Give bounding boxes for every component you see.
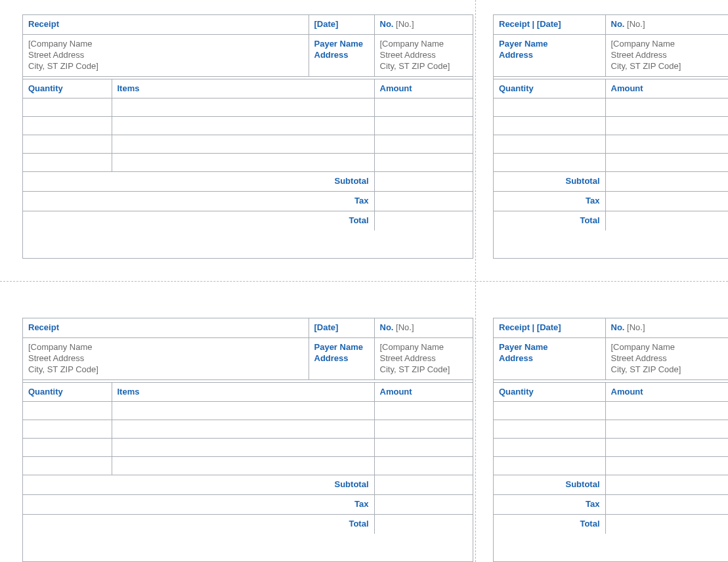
payer-label: Payer NameAddress — [309, 337, 374, 379]
tax-cell[interactable] — [605, 192, 728, 211]
qty-cell[interactable] — [494, 135, 605, 154]
company-to[interactable]: [Company Name Street Address City, ST ZI… — [605, 337, 728, 379]
subtotal-cell[interactable] — [374, 475, 473, 495]
qty-cell[interactable] — [23, 98, 112, 117]
receipt-stub-bottom: Receipt | [Date] No. [No.] Payer NameAdd… — [493, 318, 728, 562]
receipt-main-top: Receipt [Date] No. [No.] [Company Name S… — [22, 14, 473, 259]
no-label: No. [No.] — [605, 318, 728, 337]
receipt-stub-top: Receipt | [Date] No. [No.] Payer NameAdd… — [493, 14, 728, 259]
subtotal-label: Subtotal — [23, 172, 374, 192]
amount-cell[interactable] — [605, 420, 728, 439]
items-header: Items — [112, 382, 374, 402]
qty-cell[interactable] — [494, 117, 605, 135]
quantity-header: Quantity — [23, 382, 112, 402]
qty-cell[interactable] — [23, 457, 112, 475]
quantity-header: Quantity — [494, 79, 605, 98]
no-label: No. [No.] — [374, 15, 473, 34]
company-to[interactable]: [Company Name Street Address City, ST ZI… — [605, 34, 728, 76]
tax-cell[interactable] — [374, 192, 473, 211]
company-from[interactable]: [Company Name Street Address City, ST ZI… — [23, 34, 309, 76]
quantity-header: Quantity — [23, 79, 112, 98]
total-label: Total — [494, 515, 605, 534]
item-cell[interactable] — [112, 457, 374, 475]
amount-header: Amount — [374, 382, 473, 402]
amount-cell[interactable] — [374, 420, 473, 439]
qty-cell[interactable] — [23, 117, 112, 135]
no-label: No. [No.] — [605, 15, 728, 34]
amount-header: Amount — [605, 382, 728, 402]
tax-cell[interactable] — [605, 495, 728, 515]
qty-cell[interactable] — [494, 457, 605, 475]
tax-label: Tax — [494, 192, 605, 211]
qty-cell[interactable] — [23, 402, 112, 420]
subtotal-label: Subtotal — [494, 172, 605, 192]
tax-cell[interactable] — [374, 495, 473, 515]
subtotal-cell[interactable] — [374, 172, 473, 192]
amount-header: Amount — [605, 79, 728, 98]
amount-cell[interactable] — [374, 98, 473, 117]
amount-cell[interactable] — [374, 457, 473, 475]
total-label: Total — [494, 211, 605, 230]
qty-cell[interactable] — [23, 135, 112, 154]
qty-cell[interactable] — [23, 439, 112, 457]
company-to[interactable]: [Company Name Street Address City, ST ZI… — [374, 337, 473, 379]
qty-cell[interactable] — [494, 402, 605, 420]
company-from[interactable]: [Company Name Street Address City, ST ZI… — [23, 337, 309, 379]
receipt-date-label: Receipt | [Date] — [494, 15, 605, 34]
item-cell[interactable] — [112, 154, 374, 172]
receipt-label: Receipt — [23, 15, 309, 34]
payer-label: Payer NameAddress — [494, 337, 605, 379]
horizontal-cut-line — [0, 281, 728, 282]
amount-cell[interactable] — [605, 457, 728, 475]
item-cell[interactable] — [112, 402, 374, 420]
amount-cell[interactable] — [605, 154, 728, 172]
no-label: No. [No.] — [374, 318, 473, 337]
amount-cell[interactable] — [374, 154, 473, 172]
item-cell[interactable] — [112, 439, 374, 457]
amount-cell[interactable] — [374, 135, 473, 154]
receipt-date-label: Receipt | [Date] — [494, 318, 605, 337]
item-cell[interactable] — [112, 98, 374, 117]
amount-cell[interactable] — [374, 402, 473, 420]
qty-cell[interactable] — [494, 98, 605, 117]
qty-cell[interactable] — [23, 420, 112, 439]
amount-cell[interactable] — [374, 117, 473, 135]
item-cell[interactable] — [112, 420, 374, 439]
amount-cell[interactable] — [605, 117, 728, 135]
item-cell[interactable] — [112, 117, 374, 135]
item-cell[interactable] — [112, 135, 374, 154]
amount-cell[interactable] — [374, 439, 473, 457]
total-cell[interactable] — [605, 515, 728, 534]
payer-label: Payer NameAddress — [494, 34, 605, 76]
total-label: Total — [23, 515, 374, 534]
qty-cell[interactable] — [494, 154, 605, 172]
company-to[interactable]: [Company Name Street Address City, ST ZI… — [374, 34, 473, 76]
qty-cell[interactable] — [494, 420, 605, 439]
tax-label: Tax — [23, 192, 374, 211]
amount-cell[interactable] — [605, 98, 728, 117]
payer-label: Payer NameAddress — [309, 34, 374, 76]
items-header: Items — [112, 79, 374, 98]
amount-cell[interactable] — [605, 402, 728, 420]
amount-header: Amount — [374, 79, 473, 98]
amount-cell[interactable] — [605, 135, 728, 154]
total-label: Total — [23, 211, 374, 230]
receipt-main-bottom: Receipt [Date] No. [No.] [Company Name S… — [22, 318, 473, 562]
subtotal-label: Subtotal — [23, 475, 374, 495]
date-label: [Date] — [309, 15, 374, 34]
total-cell[interactable] — [374, 211, 473, 230]
total-cell[interactable] — [374, 515, 473, 534]
qty-cell[interactable] — [494, 439, 605, 457]
qty-cell[interactable] — [23, 154, 112, 172]
receipt-label: Receipt — [23, 318, 309, 337]
tax-label: Tax — [494, 495, 605, 515]
date-label: [Date] — [309, 318, 374, 337]
quantity-header: Quantity — [494, 382, 605, 402]
subtotal-cell[interactable] — [605, 475, 728, 495]
tax-label: Tax — [23, 495, 374, 515]
total-cell[interactable] — [605, 211, 728, 230]
amount-cell[interactable] — [605, 439, 728, 457]
subtotal-label: Subtotal — [494, 475, 605, 495]
subtotal-cell[interactable] — [605, 172, 728, 192]
